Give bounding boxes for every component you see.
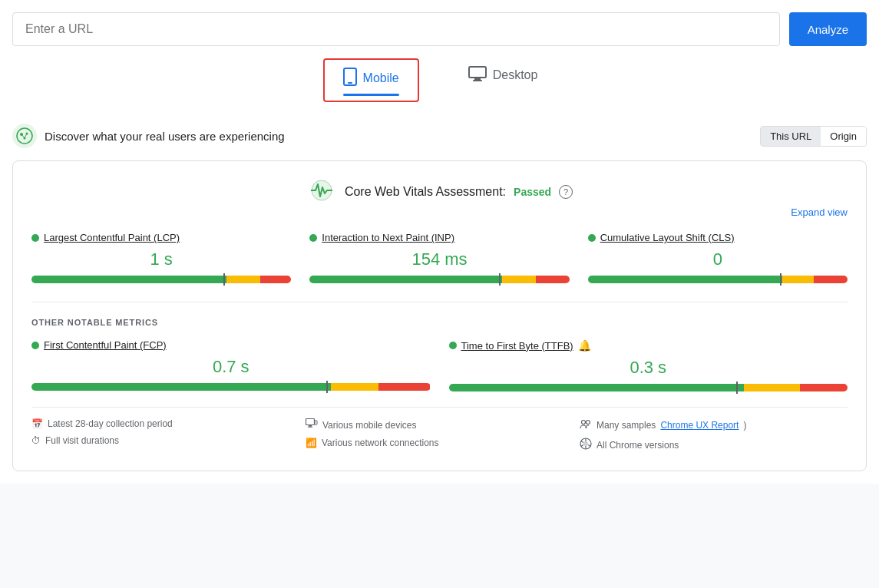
metric-inp-label[interactable]: Interaction to Next Paint (INP) [322, 232, 454, 243]
svg-rect-12 [306, 419, 315, 425]
svg-rect-14 [308, 427, 312, 428]
footer-item-duration: ⏱ Full visit durations [31, 435, 299, 446]
assessment-status: Passed [514, 186, 551, 198]
svg-point-16 [582, 421, 586, 424]
devices-icon [306, 418, 318, 431]
metric-ttfb-bar [449, 384, 848, 391]
url-origin-toggle: This URL Origin [760, 126, 867, 147]
core-metrics-grid: Largest Contentful Paint (LCP) 1 s Inter… [31, 232, 848, 283]
clock-icon: ⏱ [31, 435, 41, 446]
metric-lcp-label[interactable]: Largest Contentful Paint (LCP) [44, 232, 180, 243]
origin-button[interactable]: Origin [821, 127, 866, 146]
svg-rect-3 [474, 78, 481, 80]
metric-fcp: First Contentful Paint (FCP) 0.7 s [31, 339, 431, 391]
svg-rect-4 [473, 80, 482, 81]
tab-desktop-label: Desktop [493, 68, 538, 82]
footer-item-network: 📶 Various network connections [306, 438, 573, 448]
metric-fcp-value: 0.7 s [31, 357, 431, 377]
metric-fcp-marker [326, 381, 328, 393]
footer-item-chrome: All Chrome versions [580, 438, 848, 452]
svg-point-19 [583, 441, 588, 446]
experimental-icon: 🔔 [578, 339, 591, 352]
section-divider [31, 302, 848, 302]
chrome-icon [580, 438, 592, 452]
chrome-ux-report-link[interactable]: Chrome UX Report [660, 420, 739, 431]
top-bar: https://www.nytimes.com/ Analyze [12, 12, 867, 46]
metric-ttfb-marker [736, 382, 738, 394]
other-metrics-label: OTHER NOTABLE METRICS [31, 318, 848, 327]
footer-samples-text: Many samples [596, 420, 656, 431]
assessment-label: Core Web Vitals Assessment: [345, 185, 506, 199]
metric-dot-fcp [31, 342, 39, 349]
footer-col-1: 📅 Latest 28-day collection period ⏱ Full… [31, 418, 299, 452]
expand-view-link[interactable]: Expand view [31, 206, 848, 218]
footer-duration-text: Full visit durations [45, 435, 119, 446]
metric-lcp: Largest Contentful Paint (LCP) 1 s [31, 232, 291, 283]
vitals-assessment: Core Web Vitals Assessment: Passed ? Exp… [31, 180, 848, 218]
tab-desktop[interactable]: Desktop [450, 58, 557, 102]
svg-line-23 [588, 445, 590, 447]
metric-lcp-bar [31, 276, 291, 283]
desktop-icon [468, 66, 487, 84]
metric-inp: Interaction to Next Paint (INP) 154 ms [309, 232, 569, 283]
crux-title: Discover what your real users are experi… [45, 130, 285, 143]
this-url-button[interactable]: This URL [761, 127, 821, 146]
metric-dot-ttfb [449, 342, 457, 349]
footer-item-devices: Various mobile devices [306, 418, 573, 431]
calendar-icon: 📅 [31, 418, 43, 429]
metric-cls-marker [780, 273, 782, 286]
metric-ttfb-label[interactable]: Time to First Byte (TTFB) [461, 340, 573, 352]
tab-mobile[interactable]: Mobile [323, 58, 419, 102]
metric-cls-label[interactable]: Cumulative Layout Shift (CLS) [600, 232, 735, 243]
svg-point-5 [17, 128, 32, 144]
url-input[interactable]: https://www.nytimes.com/ [12, 12, 780, 46]
metric-lcp-marker [223, 273, 225, 286]
svg-rect-1 [348, 82, 352, 84]
metric-ttfb: Time to First Byte (TTFB) 🔔 0.3 s [449, 339, 848, 391]
svg-point-17 [587, 421, 590, 424]
footer-collection-text: Latest 28-day collection period [48, 418, 173, 429]
metric-fcp-label[interactable]: First Contentful Paint (FCP) [44, 339, 167, 351]
svg-rect-15 [315, 421, 317, 424]
crux-header: Discover what your real users are experi… [12, 116, 867, 156]
metric-dot-cls [588, 234, 596, 242]
analyze-button[interactable]: Analyze [789, 12, 867, 46]
footer-col-2: Various mobile devices 📶 Various network… [306, 418, 573, 452]
footer-samples-close: ) [743, 420, 746, 431]
metric-inp-value: 154 ms [309, 249, 569, 269]
main-card: Core Web Vitals Assessment: Passed ? Exp… [12, 160, 867, 471]
metric-ttfb-value: 0.3 s [449, 358, 848, 378]
metric-fcp-bar [31, 383, 431, 391]
footer-item-collection: 📅 Latest 28-day collection period [31, 418, 299, 429]
footer-chrome-text: All Chrome versions [596, 440, 679, 451]
wifi-icon: 📶 [306, 438, 317, 448]
svg-line-24 [581, 445, 583, 447]
footer-info: 📅 Latest 28-day collection period ⏱ Full… [31, 407, 848, 452]
metric-lcp-value: 1 s [31, 249, 291, 269]
mobile-icon [343, 68, 357, 89]
footer-devices-text: Various mobile devices [322, 420, 417, 431]
device-tabs: Mobile Desktop [12, 58, 867, 102]
footer-col-3: Many samples Chrome UX Report ) [580, 418, 848, 452]
metric-cls-value: 0 [588, 249, 848, 269]
svg-line-22 [581, 441, 583, 443]
help-icon[interactable]: ? [559, 185, 573, 199]
metric-cls: Cumulative Layout Shift (CLS) 0 [588, 232, 848, 283]
footer-network-text: Various network connections [322, 438, 439, 448]
tab-mobile-underline [343, 94, 399, 96]
metric-dot-lcp [31, 234, 39, 242]
svg-rect-2 [469, 67, 486, 78]
tab-mobile-label: Mobile [363, 71, 399, 85]
other-metrics-grid: First Contentful Paint (FCP) 0.7 s Time … [31, 339, 848, 391]
pulse-icon [306, 180, 337, 203]
crux-icon [12, 124, 37, 148]
metric-cls-bar [588, 276, 848, 283]
footer-item-samples: Many samples Chrome UX Report ) [580, 418, 848, 431]
metric-dot-inp [309, 234, 317, 242]
svg-rect-13 [309, 425, 312, 427]
metric-inp-marker [499, 273, 501, 286]
samples-icon [580, 418, 592, 431]
metric-inp-bar [309, 276, 569, 283]
